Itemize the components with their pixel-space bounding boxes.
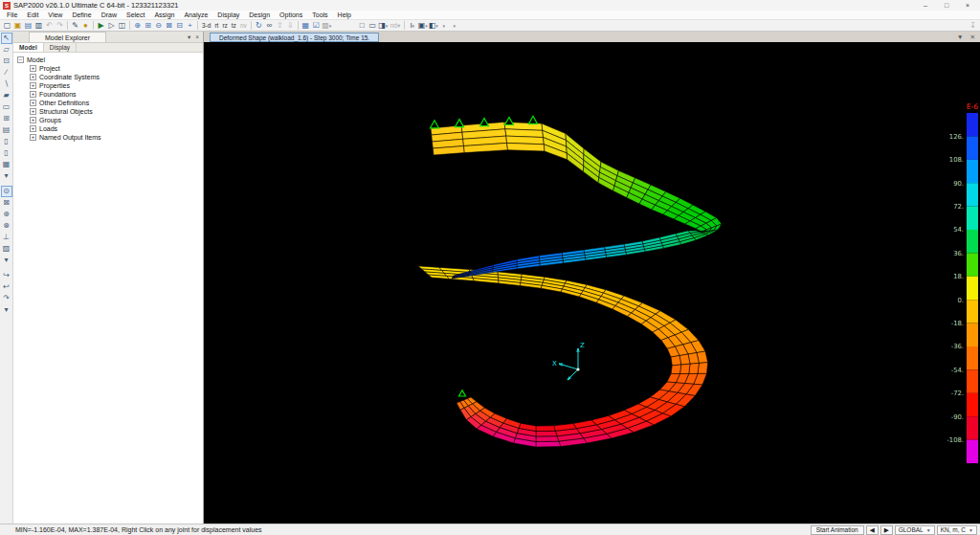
close-button[interactable]: × [962, 2, 973, 9]
menu-select[interactable]: Select [122, 11, 149, 18]
toolbar-save-file-icon[interactable]: ▤ [23, 20, 33, 31]
expand-icon[interactable]: + [30, 125, 36, 132]
side-draw-frame-icon[interactable]: ∕ [1, 67, 12, 78]
side-draw-rect-area-icon[interactable]: ▭ [1, 101, 12, 113]
viewport-menu-icon[interactable]: ▼ [957, 33, 963, 41]
toolbar-draw-frame-section-icon[interactable]: □ [357, 20, 368, 31]
maximize-button[interactable]: □ [941, 2, 952, 9]
side-grid-options-icon[interactable]: ▦ [1, 159, 12, 170]
tree-item-project[interactable]: +Project [30, 64, 203, 73]
side-reshape-object-icon[interactable]: ▱ [1, 44, 12, 56]
side-draw-poly-area-icon[interactable]: ▰ [1, 90, 12, 101]
menu-tools[interactable]: Tools [307, 11, 332, 18]
toolbar-print-icon[interactable]: ▥ [33, 20, 44, 31]
tree-item-foundations[interactable]: +Foundations [30, 90, 203, 99]
menu-display[interactable]: Display [212, 11, 244, 18]
side-flip-3-icon[interactable]: ↷ [1, 293, 12, 304]
side-snap-perpendicular-icon[interactable]: ⊥ [1, 232, 12, 243]
side-flip-2-icon[interactable]: ↩ [1, 281, 12, 293]
toolbar-view-nv[interactable]: nv [238, 20, 249, 31]
menu-assign[interactable]: Assign [149, 11, 179, 18]
tree-item-structural-objects[interactable]: +Structural Objects [30, 107, 203, 116]
side-flip-1-icon[interactable]: ↪ [1, 270, 12, 281]
expand-icon[interactable]: + [30, 100, 36, 106]
toolbar-perspective-toggle-icon[interactable]: ∞ [264, 20, 275, 31]
expand-icon[interactable]: + [30, 74, 36, 80]
menu-design[interactable]: Design [244, 11, 275, 18]
toolbar-wall-section-list-icon[interactable]: ▣▾ [417, 20, 428, 31]
menu-define[interactable]: Define [67, 11, 96, 18]
expand-icon[interactable]: + [30, 91, 36, 98]
expand-icon[interactable]: + [30, 82, 36, 89]
toolbar-lock-model-icon[interactable]: ● [80, 20, 91, 31]
viewport-close-icon[interactable]: ✕ [970, 33, 975, 41]
toolbar-object-shrink-toggle-icon[interactable]: ▦ [301, 20, 311, 31]
side-snap-to-ends-icon[interactable]: ⊠ [1, 197, 12, 209]
toolbar-set-display-options-icon[interactable]: ☑ [311, 20, 322, 31]
toolbar-redo-icon[interactable]: ↷ [55, 20, 65, 31]
minimize-button[interactable]: – [920, 2, 931, 9]
toolbar-view-rt[interactable]: rt [212, 20, 220, 31]
toolbar-open-file-icon[interactable]: ▣ [12, 20, 23, 31]
menu-file[interactable]: File [2, 11, 22, 18]
step-back-button[interactable]: ◀ [866, 525, 879, 535]
toolbar-new-model-icon[interactable]: ▢ [2, 20, 12, 31]
toolbar-restore-full-view-icon[interactable]: ⊠ [164, 20, 174, 31]
toolbar-undo-icon[interactable]: ↶ [44, 20, 55, 31]
tree-item-model[interactable]: –Model [17, 56, 203, 64]
side-snap-to-lines-icon[interactable]: ▨ [1, 243, 12, 255]
toolbar-zoom-out-icon[interactable]: ⊖ [153, 20, 164, 31]
side-draw-quick-area-icon[interactable]: ⊞ [1, 113, 12, 124]
expand-icon[interactable]: + [30, 108, 36, 115]
collapse-icon[interactable]: – [17, 56, 24, 63]
toolbar-extra-dropdown-1-icon[interactable]: ▾ [438, 20, 449, 31]
side-draw-joint-icon[interactable]: ⊡ [1, 56, 12, 67]
expand-icon[interactable]: + [30, 65, 36, 72]
menu-view[interactable]: View [43, 11, 67, 18]
toolbar-slab-section-list-icon[interactable]: ◧▾ [428, 20, 438, 31]
toolbar-run-step-icon[interactable]: ▷ [106, 20, 117, 31]
toolbar-edit-pencil-icon[interactable]: ✎ [70, 20, 80, 31]
coordinate-system-select[interactable]: GLOBAL▼ [895, 525, 935, 535]
explorer-tab-display[interactable]: Display [44, 43, 77, 52]
toolbar-view-tz[interactable]: tz [230, 20, 238, 31]
tree-item-other-definitions[interactable]: +Other Definitions [30, 99, 203, 107]
expand-icon[interactable]: + [30, 117, 36, 123]
tree-item-groups[interactable]: +Groups [30, 116, 203, 124]
side-draw-quick-frame-icon[interactable]: ∖ [1, 78, 12, 90]
tree-item-properties[interactable]: +Properties [30, 81, 203, 90]
explorer-menu-icon[interactable]: ▾ [188, 33, 190, 41]
explorer-tab-model[interactable]: Model [13, 43, 44, 52]
model-viewport[interactable]: XZE-6126.108.90.72.54.36.18.0.-18.-36.-5… [204, 42, 980, 524]
side-draw-more-icon[interactable]: ▾ [1, 170, 12, 182]
side-draw-wall-icon[interactable]: ▤ [1, 124, 12, 136]
toolbar-extra-dropdown-2-icon[interactable]: ▾ [449, 20, 459, 31]
viewport-tab-deformed-shape[interactable]: Deformed Shape (walkload_1.6) - Step 300… [210, 33, 379, 42]
toolbar-draw-deck-section-icon[interactable]: ▭ [368, 20, 378, 31]
side-select-pointer-icon[interactable]: ↖ [1, 33, 12, 44]
toolbar-draw-link-icon[interactable]: ◨▾ [378, 20, 389, 31]
tree-item-loads[interactable]: +Loads [30, 124, 203, 133]
toolbar-rubber-band-zoom-icon[interactable]: ⊞ [143, 20, 153, 31]
side-new-blank-2-icon[interactable]: ▯ [1, 147, 12, 159]
toolbar-rotate-view-icon[interactable]: ↻ [254, 20, 264, 31]
toolbar-copy-view-icon[interactable]: ◫ [117, 20, 127, 31]
side-snap-more-icon[interactable]: ▾ [1, 255, 12, 266]
menu-analyze[interactable]: Analyze [179, 11, 212, 18]
menu-edit[interactable]: Edit [22, 11, 43, 18]
side-flip-more-icon[interactable]: ▾ [1, 304, 12, 316]
menu-help[interactable]: Help [333, 11, 356, 18]
toolbar-move-down-in-list-icon[interactable]: ⇩ [285, 20, 296, 31]
side-new-blank-1-icon[interactable]: ▯ [1, 136, 12, 147]
menu-draw[interactable]: Draw [97, 11, 122, 18]
toolbar-move-up-in-list-icon[interactable]: ⇧ [275, 20, 285, 31]
toolbar-view-3d[interactable]: 3-d [200, 20, 212, 31]
units-select[interactable]: KN, m, C▼ [937, 525, 977, 535]
toolbar-i-section-list-icon[interactable]: I▾ [407, 20, 417, 31]
tree-item-named-output-items[interactable]: +Named Output Items [30, 133, 203, 142]
side-snap-to-intersections-icon[interactable]: ⊗ [1, 220, 12, 232]
toolbar-pan-icon[interactable]: + [185, 20, 195, 31]
explorer-close-icon[interactable]: × [195, 33, 199, 41]
expand-icon[interactable]: + [30, 134, 36, 141]
toolbar-nd-mode[interactable]: nd▾ [389, 20, 403, 31]
